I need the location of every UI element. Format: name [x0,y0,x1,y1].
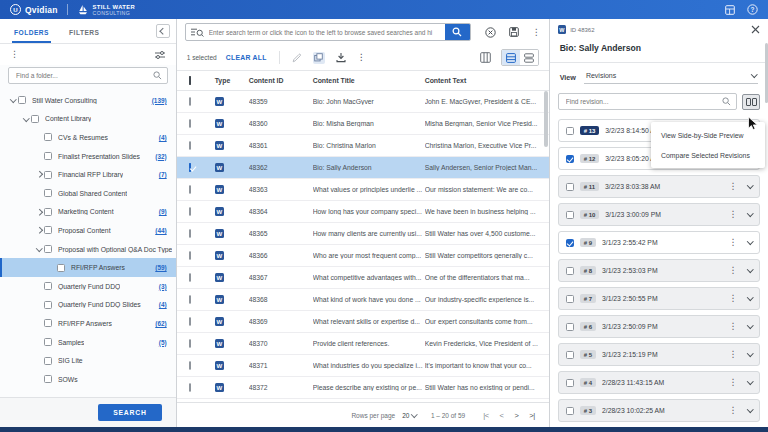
folder-item[interactable]: SIG Lite [0,351,176,370]
table-row[interactable]: W48365How many clients are currently usi… [177,223,549,245]
select-all-checkbox[interactable] [189,76,191,85]
chevron-right-icon[interactable] [36,227,42,233]
copy-button[interactable] [313,52,325,64]
folder-checkbox[interactable] [44,357,52,365]
side-by-side-button[interactable] [742,94,760,110]
chevron-down-icon[interactable] [747,182,753,188]
folder-checkbox[interactable] [44,133,52,141]
folder-count-link[interactable]: (7) [159,171,167,178]
folder-count-link[interactable]: (5) [159,339,167,346]
columns-icon[interactable] [480,52,491,63]
chevron-down-icon[interactable] [747,266,753,272]
kebab-icon[interactable]: ⋮ [729,406,738,415]
row-checkbox[interactable] [189,163,191,172]
folder-item[interactable]: Content Library [0,110,176,129]
close-icon[interactable] [751,25,760,34]
revision-card[interactable]: # 103/1/23 3:00:09 PM⋮ [558,203,760,226]
folder-count-link[interactable]: (4) [159,301,167,308]
chevron-right-icon[interactable] [36,209,42,215]
revision-checkbox[interactable] [566,323,574,331]
folder-checkbox[interactable] [18,96,26,104]
tab-folders[interactable]: FOLDERS [12,29,51,43]
folder-checkbox[interactable] [57,264,65,272]
table-row[interactable]: W48359Bio: John MacGyverJohn E. MacGyver… [177,91,549,113]
kebab-icon[interactable]: ⋮ [729,182,738,191]
revision-checkbox[interactable] [566,211,574,219]
chevron-down-icon[interactable] [747,406,753,412]
chevron-down-icon[interactable] [747,238,753,244]
kebab-icon[interactable]: ⋮ [729,294,738,303]
kebab-icon[interactable]: ⋮ [532,28,541,37]
rows-per-page-select[interactable]: 20 [402,412,409,419]
help-icon[interactable]: ? [747,4,758,15]
row-checkbox[interactable] [189,207,191,216]
folder-count-link[interactable]: (139) [152,97,167,104]
folder-item[interactable]: SOWs [0,370,176,389]
prev-page-icon[interactable]: < [500,411,504,420]
save-search-icon[interactable] [509,27,519,37]
first-page-icon[interactable]: |< [483,411,488,420]
row-checkbox[interactable] [189,361,191,370]
col-content-title[interactable]: Content Title [313,77,425,84]
kebab-icon[interactable]: ⋮ [729,378,738,387]
folder-item[interactable]: Still Water Consulting(139) [0,91,176,110]
folder-checkbox[interactable] [44,226,52,234]
table-row[interactable]: W48372Please describe any existing or pe… [177,377,549,399]
folder-item[interactable]: RFI/RFP Answers(62) [0,314,176,333]
search-button[interactable]: SEARCH [98,404,162,421]
revision-checkbox[interactable] [566,267,574,275]
chevron-right-icon[interactable] [36,171,42,177]
folder-checkbox[interactable] [44,152,52,160]
table-row[interactable]: W48367What competitive advantages with..… [177,267,549,289]
kebab-icon[interactable]: ⋮ [729,350,738,359]
col-type[interactable]: Type [215,77,249,84]
folder-item[interactable]: Quarterly Fund DDQ(3) [0,277,176,296]
col-content-text[interactable]: Content Text [425,77,549,84]
comfortable-view-button[interactable] [520,50,538,65]
col-content-id[interactable]: Content ID [249,77,313,84]
folder-checkbox[interactable] [44,208,52,216]
revision-card[interactable]: # 32/28/23 10:02:25 AM⋮ [558,399,760,422]
folder-checkbox[interactable] [44,319,52,327]
row-checkbox[interactable] [189,141,191,150]
folder-count-link[interactable]: (9) [159,208,167,215]
find-folder-input[interactable] [14,71,153,80]
menu-item[interactable]: Compare Selected Revisions [651,145,765,165]
edit-pencil-icon[interactable] [292,53,302,63]
next-page-icon[interactable]: > [514,411,518,420]
revision-card[interactable]: # 53/1/23 2:15:19 PM⋮ [558,343,760,366]
folder-checkbox[interactable] [44,171,52,179]
chevron-down-icon[interactable] [23,115,29,121]
kebab-icon[interactable]: ⋮ [729,210,738,219]
table-row[interactable]: W48363What values or principles underlie… [177,179,549,201]
table-row[interactable]: W48369What relevant skills or expertise … [177,311,549,333]
clear-all-button[interactable]: CLEAR ALL [226,54,267,61]
chevron-down-icon[interactable] [411,411,417,417]
table-row[interactable]: W48371What industries do you specialize … [177,355,549,377]
dense-view-button[interactable] [502,50,520,65]
chevron-down-icon[interactable] [36,245,42,251]
table-row[interactable]: W48361Bio: Christina MarlonChristina Mar… [177,135,549,157]
row-checkbox[interactable] [189,273,191,282]
folder-count-link[interactable]: (59) [155,264,166,271]
revision-card[interactable]: # 63/1/23 2:50:09 PM⋮ [558,315,760,338]
folder-item[interactable]: CVs & Resumes(4) [0,128,176,147]
folder-item[interactable]: Marketing Content(9) [0,203,176,222]
chevron-down-icon[interactable] [747,350,753,356]
row-checkbox[interactable] [189,317,191,326]
row-checkbox[interactable] [189,119,191,128]
collapse-sidebar-button[interactable] [156,24,170,38]
revision-checkbox[interactable] [566,127,574,135]
row-checkbox[interactable] [189,295,191,304]
clear-circle-icon[interactable] [485,27,496,38]
chevron-down-icon[interactable] [10,96,16,102]
find-revision-input[interactable] [564,97,722,106]
folder-checkbox[interactable] [44,245,52,253]
download-icon[interactable] [336,52,346,63]
table-scrollbar[interactable] [544,91,548,147]
folder-count-link[interactable]: (4) [159,134,167,141]
last-page-icon[interactable]: >| [529,411,534,420]
saved-searches-icon[interactable] [191,28,204,37]
folder-item[interactable]: Quarterly Fund DDQ Slides(4) [0,296,176,315]
search-submit-button[interactable] [445,23,470,41]
